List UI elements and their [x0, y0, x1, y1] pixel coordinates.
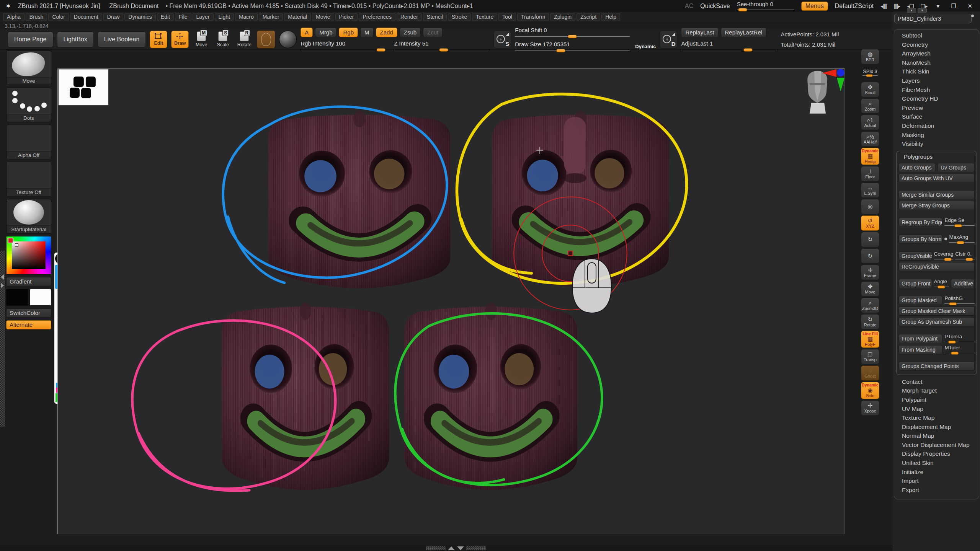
polypaint-minimap[interactable]: [59, 69, 108, 105]
menu-item[interactable]: Zscript: [577, 13, 600, 21]
tool-section-item[interactable]: Geometry: [894, 40, 979, 49]
rotate-button[interactable]: R Rotate: [235, 31, 253, 48]
coverage-slider[interactable]: Coverag: [934, 251, 954, 261]
auto-groups-button[interactable]: Auto Groups: [898, 163, 936, 172]
tool-section-item[interactable]: Display Properties: [894, 449, 979, 458]
group-masked-clear-mask-button[interactable]: Group Masked Clear Mask: [898, 306, 975, 316]
menu-item[interactable]: Material: [284, 13, 311, 21]
current-brush-button[interactable]: Move: [6, 51, 51, 85]
chevron-down-icon[interactable]: ▾: [918, 8, 927, 13]
option-dot[interactable]: [944, 238, 947, 240]
current-stroke-button[interactable]: Dots: [6, 88, 51, 122]
right-shelf-button[interactable]: ↔ L.Sym: [861, 183, 879, 198]
replay-last-button[interactable]: ReplayLast: [681, 28, 718, 37]
left-tray-divider[interactable]: [0, 251, 5, 427]
right-shelf-button[interactable]: ⌕½ AAHalf: [861, 131, 879, 147]
uv-groups-button[interactable]: Uv Groups: [938, 163, 975, 172]
tool-section-item[interactable]: Subtool: [894, 31, 979, 40]
right-shelf-button[interactable]: ◎: [861, 199, 879, 214]
tool-section-item[interactable]: Visibility: [894, 139, 979, 148]
tool-section-item[interactable]: Thick Skin: [894, 67, 979, 76]
menu-item[interactable]: Layer: [193, 13, 214, 21]
zcut-toggle[interactable]: Zcut: [423, 28, 443, 37]
menu-item[interactable]: Draw: [103, 13, 124, 21]
regroup-visible-button[interactable]: ReGroupVisible: [898, 262, 975, 271]
home-page-button[interactable]: Home Page: [8, 31, 53, 47]
right-shelf-button[interactable]: Line Fill ▦ PolyF: [861, 331, 879, 348]
menu-item[interactable]: Zplugin: [550, 13, 575, 21]
see-through-slider[interactable]: See-through 0: [737, 1, 794, 11]
replay-last-rel-button[interactable]: ReplayLastRel: [721, 28, 767, 37]
right-shelf-button[interactable]: ✛ Frame: [861, 265, 879, 280]
stroke-curve-dial[interactable]: + S: [493, 31, 511, 48]
a-toggle[interactable]: A: [301, 28, 313, 37]
right-shelf-button[interactable]: SPix 3: [861, 65, 879, 81]
polygroups-header[interactable]: Polygroups: [898, 153, 975, 161]
tool-section-item[interactable]: Geometry HD: [894, 94, 979, 103]
menus-button[interactable]: Menus: [801, 2, 828, 11]
angle-slider[interactable]: Angle: [934, 279, 949, 288]
menu-item[interactable]: Picker: [335, 13, 358, 21]
alpha-quick-button[interactable]: [257, 30, 275, 49]
adjust-last-slider[interactable]: AdjustLast 1: [681, 40, 777, 51]
z-intensity-slider[interactable]: Z Intensity 51: [394, 40, 490, 51]
auto-groups-with-uv-button[interactable]: Auto Groups With UV: [898, 174, 975, 183]
menu-item[interactable]: Texture: [472, 13, 497, 21]
focal-shift-slider[interactable]: Focal Shift 0: [515, 27, 630, 38]
right-shelf-button[interactable]: ↻ Rotate: [861, 314, 879, 329]
secondary-color-swatch[interactable]: [29, 289, 51, 306]
menu-item[interactable]: Stencil: [423, 13, 447, 21]
menu-item[interactable]: Light: [215, 13, 234, 21]
menu-item[interactable]: Macro: [235, 13, 258, 21]
dynamic-label[interactable]: Dynamic: [635, 44, 656, 49]
right-shelf-button[interactable]: ⌕1 Actual: [861, 115, 879, 130]
collapse-left-tray-icon[interactable]: ◂||||: [880, 3, 887, 9]
m-toggle[interactable]: M: [360, 28, 374, 37]
tool-section-item[interactable]: Morph Target: [894, 386, 979, 395]
chevron-down-icon[interactable]: ▾: [907, 8, 916, 13]
current-alpha-button[interactable]: Alpha Off: [6, 125, 51, 159]
menu-item[interactable]: Preferences: [359, 13, 395, 21]
draw-size-slider[interactable]: Draw Size 172.05351: [515, 41, 630, 52]
cluster-slider[interactable]: Clstr 0.: [955, 251, 975, 261]
right-shelf-button[interactable]: ↺ XYZ: [861, 215, 879, 231]
right-shelf-button[interactable]: ⊥ Floor: [861, 166, 879, 181]
edge-sensitivity-slider[interactable]: Edge Se: [944, 217, 975, 227]
from-polypaint-button[interactable]: From Polypaint: [898, 334, 942, 343]
ptolerance-slider[interactable]: PTolera: [944, 334, 975, 343]
additive-button[interactable]: Additive: [951, 279, 975, 288]
max-angle-slider[interactable]: MaxAng: [949, 234, 975, 244]
right-shelf-button[interactable]: ⌕ Zoom: [861, 98, 879, 114]
menu-item[interactable]: Color: [48, 13, 69, 21]
tool-section-item[interactable]: UV Map: [894, 404, 979, 414]
from-masking-button[interactable]: From Masking: [898, 345, 942, 354]
tool-section-item[interactable]: Import: [894, 476, 979, 486]
gradient-button[interactable]: Gradient: [6, 277, 51, 286]
scale-button[interactable]: S Scale: [214, 31, 232, 48]
menu-item[interactable]: Stroke: [448, 13, 471, 21]
right-shelf-button[interactable]: ✥ Move: [861, 281, 879, 297]
menu-item[interactable]: Tool: [498, 13, 516, 21]
menu-item[interactable]: Document: [70, 13, 102, 21]
right-shelf-button[interactable]: ◱ Transp: [861, 349, 879, 364]
tool-section-item[interactable]: Surface: [894, 112, 979, 121]
groups-changed-points-button[interactable]: Groups Changed Points: [898, 362, 975, 371]
collapse-right-tray-icon[interactable]: ||||▸: [894, 3, 900, 9]
right-shelf-button[interactable]: ◍ BPR: [861, 49, 879, 64]
current-material-button[interactable]: StartupMaterial: [6, 199, 51, 233]
tool-section-item[interactable]: Initialize: [894, 468, 979, 477]
right-shelf-button[interactable]: ⌕ Zoom3D: [861, 298, 879, 313]
zadd-toggle[interactable]: Zadd: [376, 28, 397, 37]
tool-section-item[interactable]: Deformation: [894, 121, 979, 130]
menu-item[interactable]: Dynamics: [124, 13, 155, 21]
menu-item[interactable]: Marker: [259, 13, 283, 21]
menu-item[interactable]: Alpha: [3, 13, 24, 21]
restore-button[interactable]: ❐: [949, 3, 958, 10]
right-shelf-button[interactable]: ✢ Xpose: [861, 400, 879, 416]
bottom-tray-divider[interactable]: [426, 546, 486, 550]
tool-section-item[interactable]: Preview: [894, 103, 979, 112]
mrgb-toggle[interactable]: Mrgb: [315, 28, 336, 37]
menu-item[interactable]: File: [175, 13, 191, 21]
groups-by-normals-button[interactable]: Groups By Normals: [898, 235, 942, 244]
group-as-dynamesh-sub-button[interactable]: Group As Dynamesh Sub: [898, 317, 975, 326]
